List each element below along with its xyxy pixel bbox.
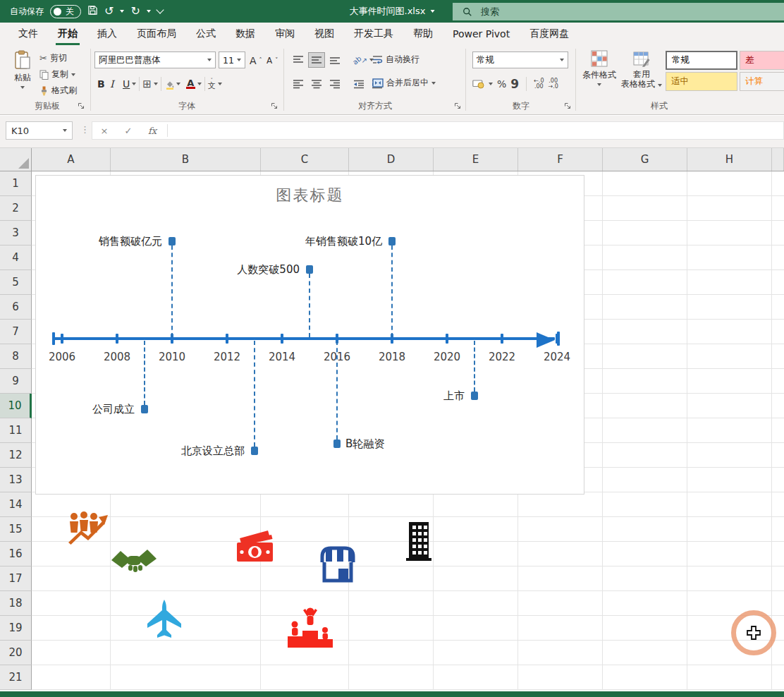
column-header-B[interactable]: B — [111, 148, 261, 171]
tab-插入[interactable]: 插入 — [87, 23, 127, 45]
row-header-3[interactable]: 3 — [0, 221, 32, 246]
cell-style-适中[interactable]: 适中 — [666, 72, 737, 91]
tab-帮助[interactable]: 帮助 — [403, 23, 443, 45]
enter-button[interactable]: ✓ — [116, 126, 140, 136]
autosave-toggle[interactable]: 关 — [50, 5, 81, 18]
cell-style-常规[interactable]: 常规 — [666, 51, 737, 70]
row-header-17[interactable]: 17 — [0, 566, 32, 591]
row-header-11[interactable]: 11 — [0, 418, 32, 443]
font-color-dropdown[interactable] — [197, 83, 202, 85]
column-header-F[interactable]: F — [518, 148, 603, 171]
tab-文件[interactable]: 文件 — [8, 23, 48, 45]
row-header-6[interactable]: 6 — [0, 295, 32, 320]
row-header-14[interactable]: 14 — [0, 492, 32, 517]
quick-access-more-button[interactable] — [156, 6, 164, 13]
tab-公式[interactable]: 公式 — [186, 23, 226, 45]
formula-bar-grip[interactable]: ⋮ — [80, 124, 90, 135]
copy-dropdown[interactable] — [71, 73, 75, 76]
tab-开始[interactable]: 开始 — [48, 23, 87, 45]
increase-font-button[interactable]: A˄ — [250, 52, 262, 68]
building-icon[interactable] — [402, 521, 436, 564]
tab-视图[interactable]: 视图 — [305, 23, 344, 45]
fill-color-dropdown[interactable] — [176, 83, 180, 85]
column-header-H[interactable]: H — [687, 148, 772, 171]
conditional-formatting-dropdown[interactable] — [597, 83, 601, 86]
underline-button[interactable]: U — [123, 78, 130, 90]
align-left-button[interactable] — [290, 77, 306, 91]
row-header-19[interactable]: 19 — [0, 616, 32, 641]
clipboard-dialog-launcher[interactable] — [78, 102, 86, 111]
row-header-12[interactable]: 12 — [0, 443, 32, 468]
row-header-18[interactable]: 18 — [0, 591, 32, 616]
insert-function-button[interactable]: fx — [140, 126, 164, 136]
italic-button[interactable]: I — [110, 78, 123, 90]
row-header-15[interactable]: 15 — [0, 517, 32, 542]
timeline-chart[interactable]: 图表标题 20062008201020122014201620182020202… — [35, 175, 584, 495]
redo-dropdown[interactable] — [147, 10, 151, 13]
number-format-combo[interactable]: 常规 — [472, 51, 568, 68]
column-header-partial[interactable] — [772, 148, 784, 171]
percent-style-button[interactable]: % — [497, 78, 506, 90]
paste-dropdown[interactable] — [20, 86, 25, 89]
format-as-table-button[interactable]: 套用表格格式 — [620, 50, 663, 105]
formula-input[interactable] — [171, 122, 783, 139]
align-bottom-button[interactable] — [327, 53, 343, 67]
wrap-text-button[interactable]: 自动换行 — [372, 51, 419, 68]
format-painter-button[interactable]: 格式刷 — [39, 83, 77, 99]
merge-center-dropdown[interactable] — [431, 82, 436, 85]
underline-dropdown[interactable] — [132, 83, 136, 85]
decrease-font-button[interactable]: A˅ — [267, 52, 278, 68]
font-color-button[interactable]: A — [186, 79, 195, 90]
redo-button[interactable]: ↻ — [130, 6, 140, 17]
undo-button[interactable]: ↺ — [104, 6, 114, 17]
align-center-button[interactable] — [309, 77, 324, 91]
tab-开发工具[interactable]: 开发工具 — [344, 23, 403, 45]
column-header-G[interactable]: G — [603, 148, 687, 171]
row-header-21[interactable]: 21 — [0, 665, 32, 690]
storefront-icon[interactable] — [317, 543, 358, 587]
column-header-D[interactable]: D — [349, 148, 434, 171]
row-header-4[interactable]: 4 — [0, 246, 32, 270]
row-header-2[interactable]: 2 — [0, 196, 32, 221]
name-box-dropdown[interactable] — [63, 129, 67, 132]
handshake-icon[interactable] — [111, 545, 157, 581]
name-box[interactable]: K10 — [6, 121, 73, 140]
tab-Power Pivot[interactable]: Power Pivot — [443, 23, 520, 45]
column-header-A[interactable]: A — [32, 148, 111, 171]
tab-审阅[interactable]: 审阅 — [265, 23, 305, 45]
row-header-20[interactable]: 20 — [0, 641, 32, 665]
cancel-button[interactable]: × — [92, 126, 116, 136]
row-header-10[interactable]: 10 — [0, 394, 32, 418]
row-header-13[interactable]: 13 — [0, 468, 32, 492]
cut-button[interactable]: ✂剪切 — [39, 50, 77, 66]
cell-style-差[interactable]: 差 — [740, 51, 784, 70]
winner-podium-icon[interactable] — [286, 607, 334, 650]
phonetic-guide-button[interactable]: ˇ文 — [208, 79, 216, 90]
team-growth-icon[interactable] — [67, 510, 108, 552]
borders-dropdown[interactable] — [154, 83, 158, 85]
undo-dropdown[interactable] — [120, 10, 124, 13]
align-middle-button[interactable] — [309, 53, 324, 67]
orientation-button[interactable]: ab↗ — [353, 56, 374, 64]
money-icon[interactable] — [233, 529, 276, 566]
decrease-indent-button[interactable] — [351, 78, 367, 91]
row-header-16[interactable]: 16 — [0, 542, 32, 566]
search-input[interactable]: 搜索 — [453, 3, 784, 20]
fill-color-button[interactable] — [164, 79, 175, 90]
accounting-dropdown[interactable] — [489, 83, 493, 85]
tab-页面布局[interactable]: 页面布局 — [127, 23, 186, 45]
select-all-button[interactable] — [0, 148, 32, 171]
merge-center-button[interactable]: 合并后居中 — [372, 75, 436, 91]
cell-style-计算[interactable]: 计算 — [740, 72, 784, 91]
row-header-1[interactable]: 1 — [0, 171, 32, 196]
copy-button[interactable]: 复制 — [39, 66, 77, 83]
paste-button[interactable]: 粘贴 — [7, 50, 38, 102]
row-header-9[interactable]: 9 — [0, 369, 32, 394]
increase-decimal-button[interactable]: ←.0.00 — [534, 78, 544, 90]
bold-button[interactable]: B — [97, 78, 110, 90]
font-name-combo[interactable]: 阿里巴巴普惠体 — [94, 51, 216, 68]
save-button[interactable] — [87, 5, 98, 18]
comma-style-button[interactable]: 9 — [510, 80, 519, 87]
number-dialog-launcher[interactable] — [564, 102, 572, 111]
column-header-E[interactable]: E — [434, 148, 518, 171]
